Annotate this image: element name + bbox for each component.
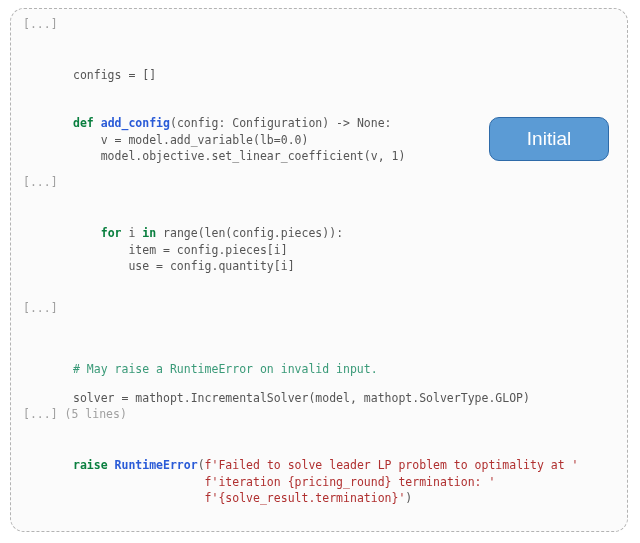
indent (73, 491, 205, 505)
code-line: model.objective.set_linear_coefficient(v… (73, 149, 405, 163)
fstring-3: f'{solve_result.termination}' (205, 491, 406, 505)
ellipsis-top: [...] (23, 17, 58, 31)
code-block-3: for i in range(len(config.pieces)): item… (73, 225, 343, 275)
keyword-raise: raise (73, 458, 115, 472)
code-block-4: # May raise a RuntimeError on invalid in… (73, 361, 530, 406)
code-line: v = model.add_variable(lb=0.0) (73, 133, 308, 147)
ellipsis-bottom: [...] (5 lines) (23, 407, 127, 421)
code-line: item = config.pieces[i] (101, 243, 288, 257)
code-line: solver = mathopt.IncrementalSolver(model… (73, 391, 530, 405)
fstring-2: f'iteration {pricing_round} termination:… (205, 475, 496, 489)
ellipsis-mid-1: [...] (23, 175, 58, 189)
error-class: RuntimeError (115, 458, 198, 472)
ellipsis-mid-2: [...] (23, 301, 58, 315)
code-block-2: def add_config(config: Configuration) ->… (73, 115, 405, 165)
code-block-1: configs = [] (73, 67, 156, 84)
indent (73, 259, 101, 273)
code-panel: [...] configs = [] def add_config(config… (10, 8, 628, 532)
code-line: configs = [] (73, 68, 156, 82)
code-line: use = config.quantity[i] (101, 259, 295, 273)
paren-open: ( (198, 458, 205, 472)
keyword-in: in (135, 226, 163, 240)
badge-initial: Initial (489, 117, 609, 161)
badge-label: Initial (527, 128, 571, 150)
function-name: add_config (101, 116, 170, 130)
fstring-1: f'Failed to solve leader LP problem to o… (205, 458, 579, 472)
indent (73, 243, 101, 257)
function-signature: (config: Configuration) -> None: (170, 116, 392, 130)
comment-line: # May raise a RuntimeError on invalid in… (73, 362, 378, 376)
keyword-def: def (73, 116, 101, 130)
loop-iter: range(len(config.pieces)): (163, 226, 343, 240)
indent (73, 475, 205, 489)
paren-close: ) (405, 491, 412, 505)
keyword-for: for (101, 226, 129, 240)
code-block-5: raise RuntimeError(f'Failed to solve lea… (73, 457, 578, 507)
indent (73, 226, 101, 240)
